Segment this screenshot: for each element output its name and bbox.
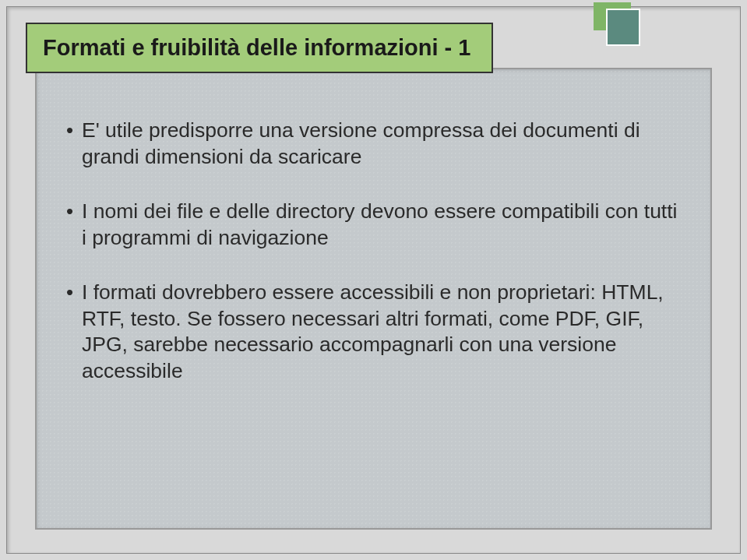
bullet-item: I formati dovrebbero essere accessibili … [65, 280, 682, 386]
content-panel: E' utile predisporre una versione compre… [35, 68, 712, 530]
bullet-item: I nomi dei file e delle directory devono… [65, 199, 682, 252]
title-box: Formati e fruibilità delle informazioni … [26, 23, 493, 73]
slide-frame: Formati e fruibilità delle informazioni … [6, 6, 741, 554]
decorative-accent-front [606, 9, 640, 46]
bullet-item: E' utile predisporre una versione compre… [65, 118, 682, 171]
bullet-list: E' utile predisporre una versione compre… [65, 118, 682, 385]
slide-title: Formati e fruibilità delle informazioni … [43, 35, 473, 61]
